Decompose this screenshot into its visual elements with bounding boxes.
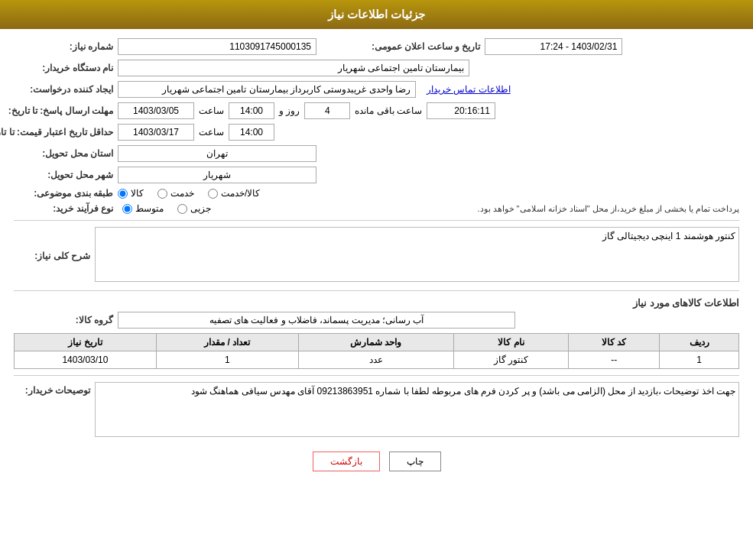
row-process-type: پرداخت تمام یا بخشی از مبلغ خرید،از محل … xyxy=(14,203,739,214)
deadline-time-label: ساعت xyxy=(199,105,224,116)
general-description-textarea[interactable] xyxy=(95,227,739,282)
general-description-label: شرح کلی نیاز: xyxy=(14,251,90,261)
table-cell-count: 1 xyxy=(156,351,298,369)
province-value: تهران xyxy=(118,145,316,162)
category-kala-khadamat-option[interactable]: کالا/خدمت xyxy=(208,188,260,199)
category-kala-radio[interactable] xyxy=(118,189,128,199)
goods-table: ردیف کد کالا نام کالا واحد شمارش تعداد /… xyxy=(14,333,739,369)
table-cell-date: 1403/03/10 xyxy=(15,351,157,369)
process-jozee-label: جزیی xyxy=(190,203,211,214)
deadline-time: 14:00 xyxy=(229,102,274,119)
col-unit-header: واحد شمارش xyxy=(298,334,453,351)
buyer-notes-label: توصیحات خریدار: xyxy=(14,382,90,396)
row-buyer-notes: توصیحات خریدار: xyxy=(14,382,739,439)
row-general-desc: شرح کلی نیاز: xyxy=(14,227,739,284)
table-cell-name: کنتور گاز xyxy=(453,351,568,369)
row-province: تهران استان محل تحویل: xyxy=(14,145,739,162)
requester-label: ایجاد کننده درخواست: xyxy=(14,84,113,95)
row-buyer-name: بیمارستان تامین اجتماعی شهریار نام دستگا… xyxy=(14,60,739,76)
goods-group-label: گروه کالا: xyxy=(14,315,113,325)
back-button[interactable]: بازگشت xyxy=(313,452,380,471)
process-radio-group: جزیی متوسط xyxy=(122,203,211,214)
category-khadamat-label: خدمت xyxy=(170,188,194,199)
deadline-date: 1403/03/05 xyxy=(118,102,194,119)
category-kala-label: کالا xyxy=(131,188,144,199)
announceDate-value: 1403/02/31 - 17:24 xyxy=(485,38,622,55)
table-cell-unit: عدد xyxy=(298,351,453,369)
process-jozee-radio[interactable] xyxy=(177,204,187,214)
deadline-remaining-label: ساعت باقی مانده xyxy=(355,105,422,116)
row-city: شهریار شهر محل تحویل: xyxy=(14,167,739,183)
page-title: جزئیات اطلاعات نیاز xyxy=(328,8,425,21)
price-validity-time-label: ساعت xyxy=(199,127,224,138)
divider-2 xyxy=(14,290,739,291)
content-area: 1403/02/31 - 17:24 تاریخ و ساعت اعلان عم… xyxy=(0,29,753,490)
buttons-row: چاپ بازگشت xyxy=(14,452,739,471)
page-header: جزئیات اطلاعات نیاز xyxy=(0,0,753,29)
category-label: طبقه بندی موضوعی: xyxy=(14,188,113,199)
process-jozee-option[interactable]: جزیی xyxy=(177,203,211,214)
category-khadamat-option[interactable]: خدمت xyxy=(157,188,194,199)
page-wrapper: جزئیات اطلاعات نیاز 1403/02/31 - 17:24 ت… xyxy=(0,0,753,560)
process-type-label: نوع فرآیند خرید: xyxy=(14,203,113,214)
goods-info-title: اطلاعات کالاهای مورد نیاز xyxy=(14,297,739,309)
table-cell-row: 1 xyxy=(660,351,739,369)
price-validity-date: 1403/03/17 xyxy=(118,124,194,141)
process-motawaset-label: متوسط xyxy=(135,203,164,214)
process-motawaset-radio[interactable] xyxy=(122,204,132,214)
category-kala-khadamat-label: کالا/خدمت xyxy=(221,188,260,199)
row-goods-group: آب رسانی؛ مدیریت پسماند، فاضلاب و فعالیت… xyxy=(14,312,739,329)
category-kala-option[interactable]: کالا xyxy=(118,188,144,199)
table-cell-code: -- xyxy=(569,351,660,369)
buyer-name-label: نام دستگاه خریدار: xyxy=(14,63,113,73)
col-row-header: ردیف xyxy=(660,334,739,351)
buyer-notes-textarea[interactable] xyxy=(95,382,739,437)
col-count-header: تعداد / مقدار xyxy=(156,334,298,351)
deadline-days: 4 xyxy=(304,102,350,119)
table-row: 1--کنتور گازعدد11403/03/10 xyxy=(15,351,739,369)
row-need-number: 1403/02/31 - 17:24 تاریخ و ساعت اعلان عم… xyxy=(14,38,739,55)
deadline-remaining: 20:16:11 xyxy=(427,102,495,119)
row-category: کالا/خدمت خدمت کالا طبقه بندی موضوعی: xyxy=(14,188,739,199)
goods-group-value: آب رسانی؛ مدیریت پسماند، فاضلاب و فعالیت… xyxy=(118,312,515,329)
province-label: استان محل تحویل: xyxy=(14,148,113,159)
announceDate-label: تاریخ و ساعت اعلان عمومی: xyxy=(372,41,480,52)
price-validity-time: 14:00 xyxy=(229,124,274,141)
col-name-header: نام کالا xyxy=(453,334,568,351)
col-date-header: تاریخ نیاز xyxy=(15,334,157,351)
divider-3 xyxy=(14,375,739,376)
process-motawaset-option[interactable]: متوسط xyxy=(122,203,164,214)
price-validity-label: حداقل تاریخ اعتبار قیمت: تا تاریخ: xyxy=(14,127,113,138)
requester-value: رضا واحدی غریبدوستی کاربرداز بیمارستان ت… xyxy=(118,81,416,98)
print-button[interactable]: چاپ xyxy=(389,452,441,471)
deadline-label: مهلت ارسال پاسخ: تا تاریخ: xyxy=(14,105,113,116)
buyer-name-value: بیمارستان تامین اجتماعی شهریار xyxy=(118,60,469,76)
row-requester: اطلاعات تماس خریدار رضا واحدی غریبدوستی … xyxy=(14,81,739,98)
goods-info-section: اطلاعات کالاهای مورد نیاز آب رسانی؛ مدیر… xyxy=(14,297,739,369)
category-kala-khadamat-radio[interactable] xyxy=(208,189,218,199)
city-value: شهریار xyxy=(118,167,316,183)
deadline-day-label: روز و xyxy=(279,105,300,116)
row-price-validity: 14:00 ساعت 1403/03/17 حداقل تاریخ اعتبار… xyxy=(14,124,739,141)
contact-info-link[interactable]: اطلاعات تماس خریدار xyxy=(427,84,511,95)
city-label: شهر محل تحویل: xyxy=(14,170,113,180)
need-number-value: 1103091745000135 xyxy=(118,38,316,55)
divider-1 xyxy=(14,220,739,221)
need-number-label: شماره نیاز: xyxy=(14,41,113,52)
category-khadamat-radio[interactable] xyxy=(157,189,167,199)
row-deadline: 20:16:11 ساعت باقی مانده 4 روز و 14:00 س… xyxy=(14,102,739,119)
col-code-header: کد کالا xyxy=(569,334,660,351)
category-radio-group: کالا/خدمت خدمت کالا xyxy=(118,188,260,199)
process-note: پرداخت تمام یا بخشی از مبلغ خرید،از محل … xyxy=(223,204,739,214)
